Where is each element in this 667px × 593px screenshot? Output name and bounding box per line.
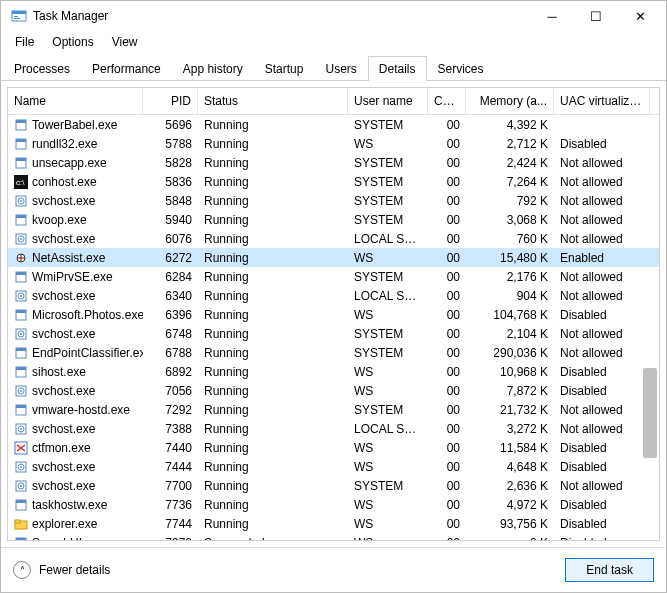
col-user[interactable]: User name bbox=[348, 88, 428, 114]
menu-options[interactable]: Options bbox=[44, 33, 101, 51]
process-name: WmiPrvSE.exe bbox=[32, 270, 113, 284]
process-row[interactable]: ctfmon.exe7440RunningWS0011,584 KDisable… bbox=[8, 438, 659, 457]
process-row[interactable]: svchost.exe7444RunningWS004,648 KDisable… bbox=[8, 457, 659, 476]
cell-uac: Not allowed bbox=[554, 289, 650, 303]
cell-status: Running bbox=[198, 403, 348, 417]
cell-uac: Not allowed bbox=[554, 327, 650, 341]
cell-memory: 11,584 K bbox=[466, 441, 554, 455]
menu-view[interactable]: View bbox=[104, 33, 146, 51]
fewer-details-button[interactable]: ˄ Fewer details bbox=[13, 561, 110, 579]
process-row[interactable]: unsecapp.exe5828RunningSYSTEM002,424 KNo… bbox=[8, 153, 659, 172]
cell-name: Microsoft.Photos.exe bbox=[8, 308, 143, 322]
cell-status: Suspended bbox=[198, 536, 348, 541]
cell-pid: 5828 bbox=[143, 156, 198, 170]
process-row[interactable]: explorer.exe7744RunningWS0093,756 KDisab… bbox=[8, 514, 659, 533]
process-row[interactable]: svchost.exe6340RunningLOCAL SE...00904 K… bbox=[8, 286, 659, 305]
process-icon bbox=[14, 422, 28, 436]
process-row[interactable]: svchost.exe7056RunningWS007,872 KDisable… bbox=[8, 381, 659, 400]
grid-body[interactable]: TowerBabel.exe5696RunningSYSTEM004,392 K… bbox=[8, 115, 659, 540]
process-icon bbox=[14, 251, 28, 265]
col-cpu[interactable]: CPU bbox=[428, 88, 466, 114]
process-row[interactable]: WmiPrvSE.exe6284RunningSYSTEM002,176 KNo… bbox=[8, 267, 659, 286]
tab-services[interactable]: Services bbox=[427, 56, 495, 81]
tab-details[interactable]: Details bbox=[368, 56, 427, 81]
process-icon bbox=[14, 365, 28, 379]
cell-uac: Not allowed bbox=[554, 422, 650, 436]
menu-file[interactable]: File bbox=[7, 33, 42, 51]
svg-rect-23 bbox=[16, 272, 26, 275]
tab-performance[interactable]: Performance bbox=[81, 56, 172, 81]
cell-uac: Not allowed bbox=[554, 232, 650, 246]
svg-point-31 bbox=[20, 333, 22, 335]
col-name[interactable]: Name bbox=[8, 88, 143, 114]
cell-cpu: 00 bbox=[428, 365, 466, 379]
cell-cpu: 00 bbox=[428, 213, 466, 227]
cell-status: Running bbox=[198, 156, 348, 170]
cell-name: svchost.exe bbox=[8, 460, 143, 474]
cell-uac: Disabled bbox=[554, 384, 650, 398]
col-uac[interactable]: UAC virtualizat... bbox=[554, 88, 650, 114]
tab-users[interactable]: Users bbox=[314, 56, 367, 81]
menubar: File Options View bbox=[1, 31, 666, 55]
process-row[interactable]: vmware-hostd.exe7292RunningSYSTEM0021,73… bbox=[8, 400, 659, 419]
process-row[interactable]: svchost.exe6748RunningSYSTEM002,104 KNot… bbox=[8, 324, 659, 343]
cell-uac: Disabled bbox=[554, 517, 650, 531]
svg-point-38 bbox=[20, 390, 22, 392]
col-memory[interactable]: Memory (a... bbox=[466, 88, 554, 114]
cell-cpu: 00 bbox=[428, 536, 466, 541]
svg-rect-52 bbox=[16, 500, 26, 503]
process-row[interactable]: kvoop.exe5940RunningSYSTEM003,068 KNot a… bbox=[8, 210, 659, 229]
process-row[interactable]: EndPointClassifier.exe6788RunningSYSTEM0… bbox=[8, 343, 659, 362]
close-button[interactable]: ✕ bbox=[618, 2, 662, 30]
process-name: svchost.exe bbox=[32, 460, 95, 474]
process-name: svchost.exe bbox=[32, 289, 95, 303]
cell-memory: 792 K bbox=[466, 194, 554, 208]
svg-rect-1 bbox=[12, 11, 26, 14]
end-task-button[interactable]: End task bbox=[565, 558, 654, 582]
col-pid[interactable]: PID bbox=[143, 88, 198, 114]
process-row[interactable]: Microsoft.Photos.exe6396RunningWS00104,7… bbox=[8, 305, 659, 324]
cell-uac: Enabled bbox=[554, 251, 650, 265]
cell-uac: Not allowed bbox=[554, 346, 650, 360]
cell-pid: 6788 bbox=[143, 346, 198, 360]
cell-pid: 5696 bbox=[143, 118, 198, 132]
process-row[interactable]: SearchUI.exe7972SuspendedWS000 KDisabled bbox=[8, 533, 659, 540]
scrollbar-thumb[interactable] bbox=[643, 368, 657, 458]
cell-uac: Disabled bbox=[554, 308, 650, 322]
process-row[interactable]: svchost.exe7388RunningLOCAL SE...003,272… bbox=[8, 419, 659, 438]
process-row[interactable]: TowerBabel.exe5696RunningSYSTEM004,392 K bbox=[8, 115, 659, 134]
maximize-button[interactable]: ☐ bbox=[574, 2, 618, 30]
col-status[interactable]: Status bbox=[198, 88, 348, 114]
cell-pid: 6340 bbox=[143, 289, 198, 303]
cell-cpu: 00 bbox=[428, 289, 466, 303]
cell-user: SYSTEM bbox=[348, 346, 428, 360]
cell-pid: 6748 bbox=[143, 327, 198, 341]
tab-app-history[interactable]: App history bbox=[172, 56, 254, 81]
svg-point-47 bbox=[20, 466, 22, 468]
process-row[interactable]: taskhostw.exe7736RunningWS004,972 KDisab… bbox=[8, 495, 659, 514]
process-row[interactable]: sihost.exe6892RunningWS0010,968 KDisable… bbox=[8, 362, 659, 381]
process-icon bbox=[14, 441, 28, 455]
process-name: rundll32.exe bbox=[32, 137, 97, 151]
svg-point-50 bbox=[20, 485, 22, 487]
cell-pid: 7440 bbox=[143, 441, 198, 455]
tab-startup[interactable]: Startup bbox=[254, 56, 315, 81]
process-row[interactable]: svchost.exe5848RunningSYSTEM00792 KNot a… bbox=[8, 191, 659, 210]
process-row[interactable]: svchost.exe6076RunningLOCAL SE...00760 K… bbox=[8, 229, 659, 248]
process-name: SearchUI.exe bbox=[32, 536, 105, 541]
process-icon bbox=[14, 346, 28, 360]
process-row[interactable]: NetAssist.exe6272RunningWS0015,480 KEnab… bbox=[8, 248, 659, 267]
cell-status: Running bbox=[198, 289, 348, 303]
process-row[interactable]: svchost.exe7700RunningSYSTEM002,636 KNot… bbox=[8, 476, 659, 495]
minimize-button[interactable]: ─ bbox=[530, 2, 574, 30]
process-name: taskhostw.exe bbox=[32, 498, 107, 512]
cell-name: ctfmon.exe bbox=[8, 441, 143, 455]
cell-pid: 6284 bbox=[143, 270, 198, 284]
process-row[interactable]: c:\conhost.exe5836RunningSYSTEM007,264 K… bbox=[8, 172, 659, 191]
cell-status: Running bbox=[198, 175, 348, 189]
cell-user: SYSTEM bbox=[348, 270, 428, 284]
cell-cpu: 00 bbox=[428, 175, 466, 189]
tab-processes[interactable]: Processes bbox=[3, 56, 81, 81]
process-row[interactable]: rundll32.exe5788RunningWS002,712 KDisabl… bbox=[8, 134, 659, 153]
svg-rect-5 bbox=[16, 120, 26, 123]
